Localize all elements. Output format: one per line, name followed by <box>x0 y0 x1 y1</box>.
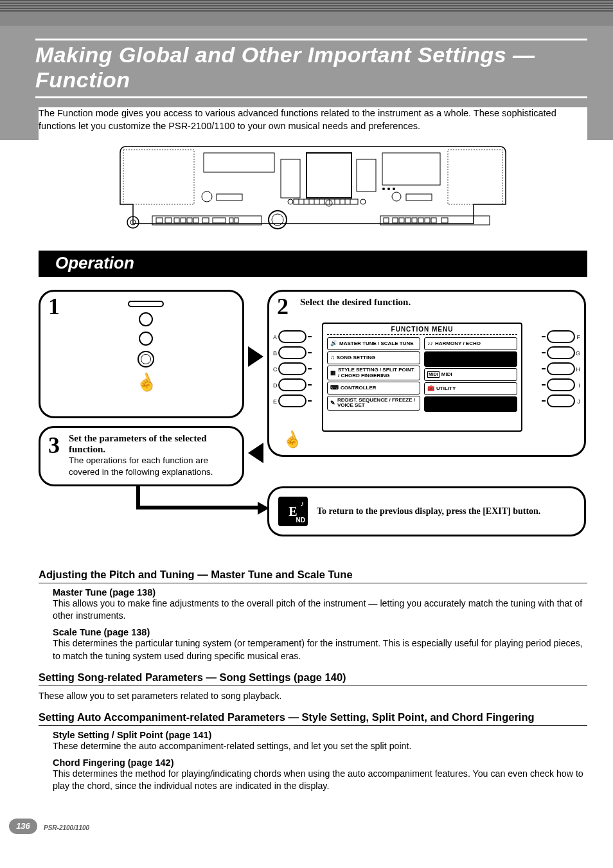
page-number: 136 <box>9 819 37 834</box>
side-button-h: H <box>547 362 575 375</box>
model-name: PSR-2100/1100 <box>44 824 89 831</box>
svg-rect-32 <box>448 150 502 204</box>
svg-rect-20 <box>425 218 430 223</box>
end-box: E ♪ ND To return to the previous display… <box>267 486 586 536</box>
end-icon: E ♪ ND <box>278 497 308 526</box>
screen-title: FUNCTION MENU <box>327 324 517 335</box>
svg-rect-18 <box>412 218 417 223</box>
side-button-f: F <box>547 330 575 343</box>
menu-song-setting: ♫SONG SETTING <box>327 351 420 364</box>
menu-harmony-echo: ♪♪HARMONY / ECHO <box>424 337 517 350</box>
svg-rect-7 <box>187 218 192 223</box>
svg-point-28 <box>326 200 332 206</box>
subsection-style-body: These determine the auto accompaniment-r… <box>53 740 587 752</box>
side-button-j: J <box>547 394 575 407</box>
svg-rect-31 <box>123 150 194 204</box>
svg-rect-8 <box>193 218 199 223</box>
svg-rect-16 <box>399 218 404 223</box>
panel-button-rect-icon <box>128 301 164 307</box>
svg-rect-5 <box>174 218 179 223</box>
function-button-icon <box>138 351 154 368</box>
svg-point-45 <box>288 199 293 204</box>
svg-rect-27 <box>306 153 351 198</box>
function-menu-screen: FUNCTION MENU 🔊MASTER TUNE / SCALE TUNE … <box>322 323 522 432</box>
step-2-box: 2 Select the desired function. A B C D E… <box>267 290 586 457</box>
press-finger-icon: ☝ <box>280 428 304 452</box>
press-finger-icon: ☝ <box>133 370 159 396</box>
step-3-body: The operations for each function are cov… <box>69 455 233 478</box>
content-sections: Adjusting the Pitch and Tuning — Master … <box>39 569 587 792</box>
svg-point-52 <box>387 188 390 190</box>
svg-rect-12 <box>235 218 238 223</box>
panel-button-circle-icon <box>139 332 153 346</box>
step-2-number: 2 <box>277 293 289 320</box>
subsection-master-tune-heading: Master Tune (page 138) <box>53 587 587 598</box>
section-pitch-heading: Adjusting the Pitch and Tuning — Master … <box>39 569 587 583</box>
menu-empty <box>424 396 517 412</box>
menu-master-tune: 🔊MASTER TUNE / SCALE TUNE <box>327 337 420 350</box>
page-title: Making Global and Other Important Settin… <box>35 39 587 98</box>
svg-rect-26 <box>281 159 300 198</box>
svg-point-51 <box>382 188 385 190</box>
svg-rect-17 <box>405 218 411 223</box>
svg-rect-6 <box>181 218 186 223</box>
header-stripes <box>0 0 613 26</box>
svg-rect-19 <box>418 218 423 223</box>
svg-rect-50 <box>406 194 432 200</box>
side-button-d: D <box>278 378 306 391</box>
svg-point-23 <box>269 211 287 229</box>
svg-rect-3 <box>156 218 163 223</box>
side-button-b: B <box>278 346 306 359</box>
arrow-left-icon <box>248 443 263 463</box>
svg-rect-14 <box>384 218 389 223</box>
footer: 136 PSR-2100/1100 <box>0 806 613 838</box>
section-accomp-heading: Setting Auto Accompaniment-related Param… <box>39 711 587 726</box>
svg-rect-25 <box>204 153 274 172</box>
menu-empty <box>424 351 517 367</box>
step-3-box: 3 Set the parameters of the selected fun… <box>39 426 244 486</box>
step-1-box: 1 ☝ <box>39 290 244 418</box>
left-side-buttons: A B C D E <box>278 330 306 407</box>
side-button-a: A <box>278 330 306 343</box>
step-2-title: Select the desired function. <box>300 297 575 308</box>
step-3-number: 3 <box>48 432 60 459</box>
svg-rect-22 <box>441 218 448 223</box>
svg-point-47 <box>202 191 212 202</box>
svg-rect-15 <box>393 218 398 223</box>
svg-point-46 <box>360 199 366 204</box>
side-button-e: E <box>278 394 306 407</box>
menu-utility: 🧰UTILITY <box>424 382 517 395</box>
step-1-number: 1 <box>48 293 60 320</box>
right-side-buttons: F G H I J <box>547 330 575 407</box>
svg-point-53 <box>393 188 395 190</box>
operation-flow: 1 ☝ 2 Select the desired function. A B C… <box>39 290 587 560</box>
title-band: Making Global and Other Important Settin… <box>0 26 613 140</box>
svg-rect-9 <box>202 218 209 223</box>
menu-regist-sequence: ✎REGIST. SEQUENCE / FREEZE / VOICE SET <box>327 396 420 411</box>
panel-button-circle-icon <box>139 312 153 326</box>
side-button-i: I <box>547 378 575 391</box>
subsection-style-heading: Style Setting / Split Point (page 141) <box>53 730 587 740</box>
svg-point-49 <box>392 192 401 201</box>
operation-heading: Operation <box>39 251 587 277</box>
svg-rect-29 <box>357 159 376 191</box>
flow-connector <box>136 506 262 509</box>
menu-midi: MIDIMIDI <box>424 368 517 381</box>
arrow-right-icon <box>248 346 263 367</box>
svg-rect-10 <box>213 218 226 223</box>
subsection-chord-heading: Chord Fingering (page 142) <box>53 757 587 768</box>
subsection-chord-body: This determines the method for playing/i… <box>53 768 587 792</box>
subsection-scale-tune-heading: Scale Tune (page 138) <box>53 627 587 637</box>
menu-style-setting: ▦STYLE SETTING / SPLIT POINT / CHORD FIN… <box>327 366 420 380</box>
section-song-body: These allow you to set parameters relate… <box>39 690 587 702</box>
subsection-master-tune-body: This allows you to make fine adjustments… <box>53 598 587 622</box>
intro-paragraph: The Function mode gives you access to va… <box>39 107 587 140</box>
side-button-g: G <box>547 346 575 359</box>
instrument-diagram <box>39 140 587 243</box>
svg-rect-30 <box>382 153 440 185</box>
side-button-c: C <box>278 362 306 375</box>
svg-rect-21 <box>431 218 436 223</box>
svg-rect-11 <box>229 218 233 223</box>
section-song-heading: Setting Song-related Parameters — Song S… <box>39 671 587 686</box>
step-3-title: Set the parameters of the selected funct… <box>69 433 233 455</box>
